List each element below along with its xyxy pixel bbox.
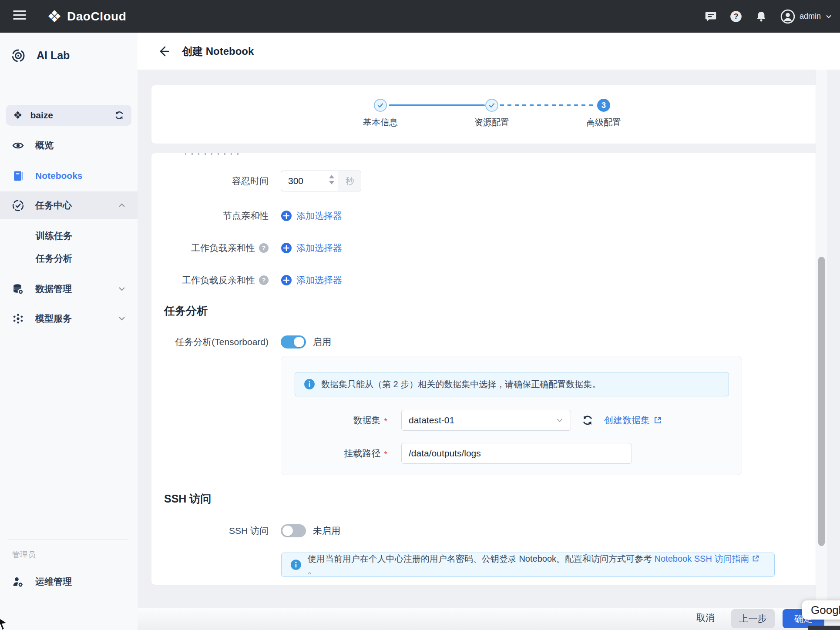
sidebar: AI Lab ❖ baize 概览 Notebooks 任务中心 训练任务 [0, 33, 138, 630]
messages-icon[interactable] [705, 10, 717, 23]
google-translate-popup[interactable]: Googl [802, 600, 840, 620]
model-nodes-icon [12, 313, 24, 325]
page-header: 创建 Notebook [138, 33, 840, 70]
help-icon[interactable]: ? [730, 10, 742, 23]
sidebar-item-model-services[interactable]: 模型服务 [0, 306, 138, 331]
node-affinity-row: 节点亲和性 添加选择器 [151, 209, 814, 223]
dataset-select[interactable]: datatest-01 [401, 410, 571, 431]
ssh-access-row: SSH 访问 未启用 [151, 521, 814, 540]
step-connector-dotted [500, 104, 596, 106]
required-mark: * [384, 416, 387, 426]
step-2-done-icon [485, 99, 498, 112]
plus-circle-icon [281, 210, 292, 221]
user-menu[interactable]: admin [780, 9, 832, 24]
ssh-access-toggle[interactable] [281, 524, 306, 537]
workload-anti-affinity-label: 工作负载反亲和性 ? [151, 274, 269, 286]
sidebar-item-overview[interactable]: 概览 [0, 133, 138, 158]
mount-path-label: 挂载路径* [281, 447, 387, 459]
dataset-panel: 数据集只能从（第 2 步）相关的数据集中选择，请确保正确配置数据集。 数据集* … [281, 356, 742, 475]
scrollbar-thumb[interactable] [818, 257, 825, 546]
step-1-label[interactable]: 基本信息 [346, 117, 415, 128]
eye-icon [12, 140, 24, 151]
workspace-icon: ❖ [13, 110, 23, 121]
create-dataset-link[interactable]: 创建数据集 [604, 414, 662, 426]
help-icon[interactable]: ? [259, 243, 269, 253]
step-down-icon[interactable] [329, 181, 334, 184]
sidebar-item-label: 概览 [35, 139, 138, 151]
help-icon[interactable]: ? [259, 275, 269, 285]
topbar: ❖ DaoCloud ? admin [0, 0, 840, 33]
ssh-guide-link[interactable]: Notebook SSH 访问指南 [655, 554, 749, 563]
popup-bottom-sliver [808, 626, 840, 630]
workload-anti-affinity-add-selector[interactable]: 添加选择器 [281, 274, 342, 286]
workload-affinity-add-selector[interactable]: 添加选择器 [281, 242, 342, 254]
brand[interactable]: ❖ DaoCloud [47, 0, 126, 33]
task-check-icon [12, 200, 24, 211]
sidebar-item-data-management[interactable]: 数据管理 [0, 277, 138, 301]
tensorboard-toggle[interactable] [281, 335, 306, 349]
sidebar-item-label: 模型服务 [35, 312, 106, 325]
app-root: ❖ DaoCloud ? admin [0, 0, 840, 630]
sidebar-item-task-center[interactable]: 任务中心 [0, 191, 138, 219]
dataset-label: 数据集* [281, 414, 387, 426]
page-title: 创建 Notebook [182, 44, 254, 58]
scrollbar-track[interactable] [816, 70, 827, 608]
previous-step-button[interactable]: 上一步 [731, 609, 775, 628]
required-mark: * [384, 449, 387, 459]
sidebar-item-label: Notebooks [35, 171, 138, 181]
task-analysis-heading: 任务分析 [164, 304, 208, 318]
sidebar-divider [8, 132, 128, 132]
daocloud-logo-icon: ❖ [47, 8, 62, 25]
step-2-label[interactable]: 资源配置 [457, 117, 527, 128]
number-stepper[interactable] [329, 175, 334, 184]
external-link-icon [752, 555, 759, 563]
workload-affinity-row: 工作负载亲和性 ? 添加选择器 [151, 241, 814, 255]
cancel-button[interactable]: 取消 [696, 612, 715, 624]
node-affinity-add-selector[interactable]: 添加选择器 [281, 210, 342, 222]
chevron-down-icon [825, 13, 832, 20]
ssh-access-label: SSH 访问 [151, 525, 269, 537]
sidebar-item-task-analysis[interactable]: 任务分析 [0, 248, 138, 269]
chevron-down-icon [118, 314, 126, 323]
step-up-icon[interactable] [329, 175, 334, 178]
person-gear-icon [12, 576, 24, 588]
notebook-icon [12, 170, 24, 182]
brand-name: DaoCloud [67, 10, 126, 23]
notifications-bell-icon[interactable] [755, 10, 767, 23]
dataset-alert-text: 数据集只能从（第 2 步）相关的数据集中选择，请确保正确配置数据集。 [321, 379, 601, 390]
sidebar-divider [8, 540, 128, 540]
plus-circle-icon [281, 242, 292, 254]
tensorboard-toggle-state: 启用 [313, 336, 331, 348]
product-name: AI Lab [37, 49, 70, 62]
hamburger-menu-icon[interactable] [13, 10, 26, 22]
chevron-down-icon [118, 285, 126, 293]
info-icon [304, 379, 315, 390]
dataset-row: 数据集* datatest-01 创建数据集 [281, 410, 662, 431]
sidebar-item-notebooks[interactable]: Notebooks [0, 164, 138, 188]
sidebar-item-ops-management[interactable]: 运维管理 [0, 570, 138, 594]
chevron-down-icon [556, 416, 564, 424]
toggle-knob [282, 526, 293, 536]
workspace-selector[interactable]: ❖ baize [6, 105, 131, 126]
mount-path-input[interactable] [401, 443, 632, 464]
toggle-knob [294, 337, 304, 347]
avatar [780, 9, 795, 24]
tensorboard-row: 任务分析(Tensorboard) 启用 [151, 332, 814, 352]
switch-workspace-icon[interactable] [114, 110, 124, 121]
tolerance-time-label: 容忍时间 [151, 175, 269, 187]
ssh-alert-text: 使用当前用户在个人中心注册的用户名密码、公钥登录 Notebook。配置和访问方… [308, 553, 766, 576]
step-1-done-icon [374, 99, 387, 112]
sidebar-item-label: 任务中心 [35, 199, 106, 211]
sidebar-item-training-tasks[interactable]: 训练任务 [0, 225, 138, 246]
workload-affinity-label: 工作负载亲和性 ? [151, 242, 269, 254]
sidebar-item-label: 训练任务 [36, 230, 72, 242]
plus-circle-icon [281, 275, 292, 286]
back-button[interactable] [156, 44, 171, 59]
tolerance-time-input-group: 秒 [281, 171, 361, 191]
step-3-label[interactable]: 高级配置 [569, 117, 638, 128]
dataset-info-alert: 数据集只能从（第 2 步）相关的数据集中选择，请确保正确配置数据集。 [295, 372, 729, 396]
workload-anti-affinity-row: 工作负载反亲和性 ? 添加选择器 [151, 273, 814, 287]
refresh-datasets-button[interactable] [581, 414, 594, 426]
admin-section-label: 管理员 [12, 550, 36, 560]
svg-text:?: ? [734, 12, 739, 20]
